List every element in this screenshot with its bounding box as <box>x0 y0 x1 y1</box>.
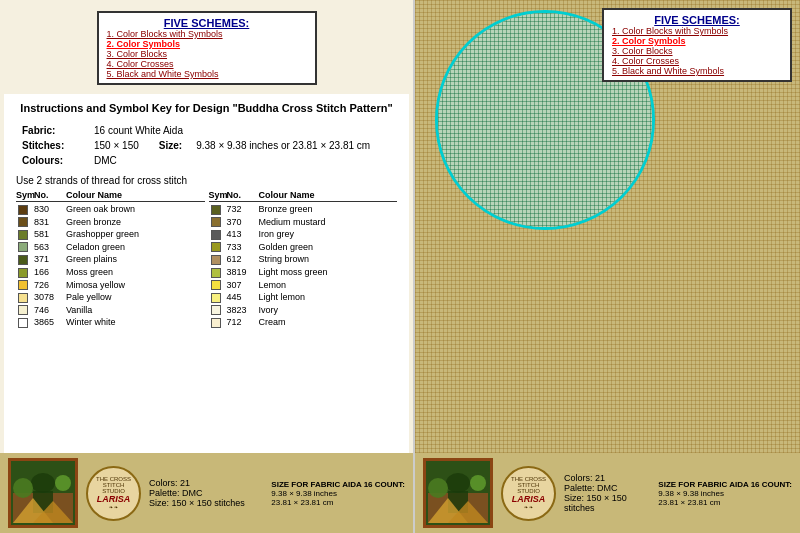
right-scheme-2[interactable]: 2. Color Symbols <box>612 36 782 46</box>
right-color-row: 370 Medium mustard <box>209 216 398 229</box>
right-logo-name: LARISA <box>512 494 546 504</box>
scheme-item-4[interactable]: 4. Color Crosses <box>107 59 307 69</box>
right-scheme-1[interactable]: 1. Color Blocks with Symbols <box>612 26 782 36</box>
left-color-row: 581 Grashopper green <box>16 228 205 241</box>
right-colors-count: Colors: 21 <box>564 473 650 483</box>
right-panel: FIVE SCHEMES: 1. Color Blocks with Symbo… <box>415 0 800 533</box>
buddha-svg <box>13 463 73 523</box>
size-value: 9.38 × 9.38 inches or 23.81 × 23.81 cm <box>192 139 395 152</box>
color-sym <box>16 304 30 317</box>
right-color-row: 612 String brown <box>209 253 398 266</box>
right-size-title: SIZE FOR FABRIC AIDA 16 COUNT: <box>658 480 792 489</box>
color-no: 581 <box>34 228 62 241</box>
color-sym <box>209 253 223 266</box>
color-swatch <box>211 293 221 303</box>
color-sym <box>209 216 223 229</box>
color-name: Green oak brown <box>66 203 205 216</box>
size-cm: 23.81 × 23.81 cm <box>271 498 405 507</box>
size-stitches: Size: 150 × 150 stitches <box>149 498 263 508</box>
color-name: Light moss green <box>259 266 398 279</box>
right-scheme-5[interactable]: 5. Black and White Symbols <box>612 66 782 76</box>
left-logo-area: THE CROSS STITCH STUDIO LARISA ❧ ❧ <box>86 466 141 521</box>
svg-point-2 <box>31 473 55 493</box>
color-name: Iron grey <box>259 228 398 241</box>
fabric-value: 16 count White Aida <box>90 124 395 137</box>
right-schemes-box: FIVE SCHEMES: 1. Color Blocks with Symbo… <box>602 8 792 82</box>
color-sym <box>209 203 223 216</box>
color-swatch <box>211 217 221 227</box>
right-scheme-3[interactable]: 3. Color Blocks <box>612 46 782 56</box>
svg-point-12 <box>428 478 448 498</box>
scheme-item-1[interactable]: 1. Color Blocks with Symbols <box>107 29 307 39</box>
schemes-title: FIVE SCHEMES: <box>107 17 307 29</box>
scheme-item-5[interactable]: 5. Black and White Symbols <box>107 69 307 79</box>
palette-info: Palette: DMC <box>149 488 263 498</box>
color-name: Grashopper green <box>66 228 205 241</box>
left-stats: Colors: 21 Palette: DMC Size: 150 × 150 … <box>149 478 263 508</box>
color-sym <box>16 253 30 266</box>
color-no: 413 <box>227 228 255 241</box>
right-color-row: 413 Iron grey <box>209 228 398 241</box>
color-sym <box>16 266 30 279</box>
header-no-l: No. <box>34 190 62 200</box>
right-col-header: Sym No. Colour Name <box>209 190 398 202</box>
right-color-col: Sym No. Colour Name 732 Bronze green 370… <box>209 190 398 329</box>
color-no: 732 <box>227 203 255 216</box>
color-sym <box>16 228 30 241</box>
size-fabric-title: SIZE FOR FABRIC AIDA 16 COUNT: <box>271 480 405 489</box>
color-name: Lemon <box>259 279 398 292</box>
color-name: Winter white <box>66 316 205 329</box>
color-swatch <box>211 305 221 315</box>
color-swatch <box>18 293 28 303</box>
right-buddha-svg <box>428 463 488 523</box>
color-name: Celadon green <box>66 241 205 254</box>
logo-decoration: ❧ ❧ <box>109 504 118 510</box>
right-schemes-title: FIVE SCHEMES: <box>612 14 782 26</box>
logo-name: LARISA <box>97 494 131 504</box>
color-name: Green plains <box>66 253 205 266</box>
svg-point-4 <box>13 478 33 498</box>
right-color-row: 733 Golden green <box>209 241 398 254</box>
right-logo-top: THE CROSS STITCH <box>503 476 554 488</box>
color-sym <box>16 316 30 329</box>
left-logo-circle: THE CROSS STITCH STUDIO LARISA ❧ ❧ <box>86 466 141 521</box>
scheme-item-2[interactable]: 2. Color Symbols <box>107 39 307 49</box>
left-schemes-box: FIVE SCHEMES: 1. Color Blocks with Symbo… <box>97 11 317 85</box>
left-colors-list: 830 Green oak brown 831 Green bronze 581… <box>16 203 205 329</box>
color-sym <box>209 279 223 292</box>
left-color-row: 371 Green plains <box>16 253 205 266</box>
right-color-row: 712 Cream <box>209 316 398 329</box>
color-no: 445 <box>227 291 255 304</box>
right-stats: Colors: 21 Palette: DMC Size: 150 × 150 … <box>564 473 650 513</box>
right-logo-circle: THE CROSS STITCH STUDIO LARISA ❧ ❧ <box>501 466 556 521</box>
color-name: Ivory <box>259 304 398 317</box>
color-name: Cream <box>259 316 398 329</box>
color-swatch <box>211 230 221 240</box>
right-size-stitches: Size: 150 × 150 stitches <box>564 493 650 513</box>
color-no: 712 <box>227 316 255 329</box>
color-swatch <box>211 280 221 290</box>
header-name-l: Colour Name <box>66 190 205 200</box>
color-no: 371 <box>34 253 62 266</box>
header-sym-l: Sym <box>16 190 30 200</box>
color-no: 563 <box>34 241 62 254</box>
color-no: 370 <box>227 216 255 229</box>
colors-count: Colors: 21 <box>149 478 263 488</box>
right-color-row: 445 Light lemon <box>209 291 398 304</box>
color-no: 726 <box>34 279 62 292</box>
right-colors-list: 732 Bronze green 370 Medium mustard 413 … <box>209 203 398 329</box>
fabric-info: Fabric: 16 count White Aida Stitches: 15… <box>16 122 397 169</box>
scheme-item-3[interactable]: 3. Color Blocks <box>107 49 307 59</box>
right-size-inches: 9.38 × 9.38 inches <box>658 489 792 498</box>
right-scheme-4[interactable]: 4. Color Crosses <box>612 56 782 66</box>
grid-background: FIVE SCHEMES: 1. Color Blocks with Symbo… <box>415 0 800 533</box>
color-name: Medium mustard <box>259 216 398 229</box>
color-sym <box>16 216 30 229</box>
color-no: 3078 <box>34 291 62 304</box>
color-no: 612 <box>227 253 255 266</box>
color-sym <box>209 304 223 317</box>
color-columns: Sym No. Colour Name 830 Green oak brown … <box>16 190 397 329</box>
colours-label: Colours: <box>18 154 88 167</box>
color-no: 3865 <box>34 316 62 329</box>
color-name: String brown <box>259 253 398 266</box>
